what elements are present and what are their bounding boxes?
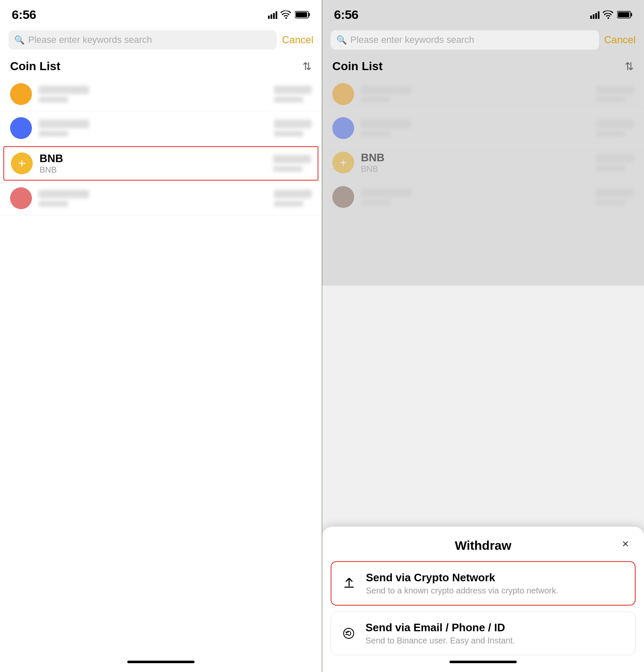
withdraw-options: Send via Crypto Network Send to a known … (322, 561, 644, 655)
coin-info (39, 190, 267, 207)
crypto-option-subtitle: Send to a known crypto address via crypt… (366, 586, 626, 596)
list-item[interactable] (322, 111, 644, 145)
blurred-symbol (361, 200, 390, 205)
right-coin-list-title: Coin List (332, 60, 383, 73)
bnb-coin-symbol: BNB (39, 165, 266, 175)
bnb-coin-icon (11, 152, 33, 174)
sort-icon[interactable]: ⇅ (302, 60, 312, 73)
blurred-balance (596, 154, 634, 163)
blurred-symbol (39, 131, 68, 136)
bnb-logo-icon (336, 156, 350, 169)
blurred-value (273, 166, 302, 172)
coin-icon-brown (332, 186, 354, 208)
right-status-bar: 6:56 (322, 0, 644, 26)
svg-point-8 (344, 628, 354, 638)
coin-icon-orange (10, 83, 32, 105)
coin-icon-orange (332, 83, 354, 105)
email-option-title: Send via Email / Phone / ID (365, 621, 627, 634)
bnb-coin-icon (332, 152, 354, 173)
coin-icon-blue (10, 117, 32, 139)
blurred-balance (274, 86, 312, 94)
right-coin-list-header: Coin List ⇅ (322, 54, 644, 77)
email-option-text: Send via Email / Phone / ID Send to Bina… (365, 621, 627, 646)
coin-info (361, 189, 589, 205)
bnb-list-item[interactable]: BNB BNB (3, 146, 318, 181)
blurred-value (274, 97, 303, 102)
right-bnb-list-item[interactable]: BNB BNB (322, 145, 644, 180)
left-coin-list: BNB BNB (0, 77, 322, 655)
search-icon: 🔍 (336, 35, 347, 45)
blurred-name (361, 189, 411, 197)
blurred-symbol (361, 131, 390, 136)
svg-rect-1 (309, 13, 310, 16)
list-item[interactable] (0, 111, 322, 145)
close-button[interactable]: × (617, 536, 634, 552)
blurred-balance (596, 86, 634, 94)
blurred-name (39, 86, 89, 94)
left-search-input-wrapper[interactable]: 🔍 Please enter keywords search (8, 30, 277, 50)
blurred-symbol (39, 97, 68, 102)
left-phone-panel: 6:56 🔍 Please enter keywords search Can (0, 0, 322, 672)
bnb-coin-name: BNB (361, 151, 589, 164)
crypto-option-title: Send via Crypto Network (366, 571, 626, 584)
left-coin-list-header: Coin List ⇅ (0, 54, 322, 77)
svg-rect-5 (631, 13, 632, 16)
blurred-value (274, 201, 303, 207)
blurred-value (596, 131, 626, 136)
coin-balance (274, 120, 312, 136)
blurred-balance (596, 189, 634, 197)
left-search-bar[interactable]: 🔍 Please enter keywords search Cancel (0, 26, 322, 54)
right-home-indicator (322, 655, 644, 672)
coin-balance (596, 120, 634, 136)
signal-icon (590, 10, 599, 19)
coin-balance (274, 190, 312, 207)
coin-info (361, 86, 589, 102)
signal-icon (268, 10, 277, 19)
blurred-value (596, 97, 626, 102)
right-search-input-wrapper[interactable]: 🔍 Please enter keywords search (331, 30, 599, 50)
list-item[interactable] (0, 77, 322, 111)
coin-info (39, 86, 267, 102)
search-icon: 🔍 (14, 35, 25, 45)
right-status-icons (590, 10, 632, 19)
blurred-balance (273, 155, 311, 163)
crypto-option-text: Send via Crypto Network Send to a known … (366, 571, 626, 596)
left-cancel-button[interactable]: Cancel (282, 34, 313, 46)
right-time: 6:56 (334, 8, 358, 22)
send-via-email-option[interactable]: Send via Email / Phone / ID Send to Bina… (331, 612, 636, 655)
upload-icon (340, 574, 358, 593)
bnb-coin-balance (596, 154, 634, 171)
left-coin-list-title: Coin List (10, 60, 60, 73)
blurred-name (361, 120, 411, 128)
battery-icon (295, 11, 310, 18)
right-search-bar[interactable]: 🔍 Please enter keywords search Cancel (322, 26, 644, 54)
bnb-logo-icon (15, 157, 29, 170)
list-item[interactable] (322, 180, 644, 214)
withdraw-title: Withdraw (455, 538, 512, 553)
blurred-name (361, 86, 411, 94)
home-bar (127, 661, 195, 663)
blurred-value (274, 131, 303, 136)
list-item[interactable] (0, 181, 322, 215)
coin-info (39, 120, 267, 136)
wifi-icon (603, 10, 614, 19)
list-item[interactable] (322, 77, 644, 111)
coin-balance (274, 86, 312, 102)
right-search-placeholder: Please enter keywords search (350, 34, 474, 45)
send-via-crypto-option[interactable]: Send via Crypto Network Send to a known … (331, 561, 636, 606)
bnb-coin-name: BNB (39, 152, 266, 165)
blurred-symbol (361, 97, 390, 102)
svg-rect-2 (296, 12, 307, 17)
right-phone-panel: 6:56 🔍 Please enter keywords search Can (322, 0, 644, 672)
sort-icon[interactable]: ⇅ (625, 60, 634, 73)
coin-icon-pink (10, 187, 32, 209)
coin-icon-blue (332, 117, 354, 139)
coin-balance (596, 189, 634, 205)
right-cancel-button[interactable]: Cancel (604, 34, 636, 46)
bnb-coin-balance (273, 155, 311, 172)
left-home-indicator (0, 655, 322, 672)
blurred-balance (274, 190, 312, 198)
blurred-symbol (39, 201, 68, 207)
coin-info (361, 120, 589, 136)
email-option-subtitle: Send to Binance user. Easy and Instant. (365, 636, 627, 646)
